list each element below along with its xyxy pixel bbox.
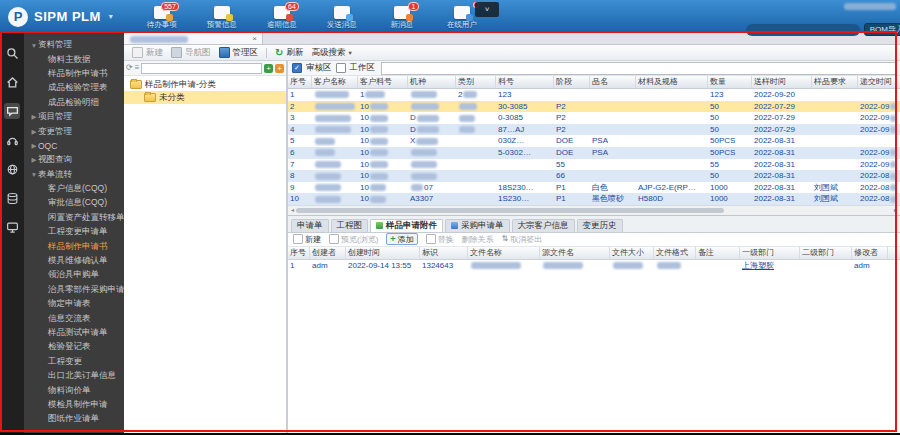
topbar-action-待办事项[interactable]: 557待办事项 xyxy=(137,6,187,30)
table-row[interactable]: 71055552022-08-312022-09 xyxy=(288,159,900,171)
sidebar-item-信息交流表[interactable]: 信息交流表 xyxy=(24,311,124,325)
refresh-tree-icon[interactable]: ⟳ xyxy=(126,63,133,73)
detail-tab-变更历史[interactable]: 变更历史 xyxy=(577,219,623,232)
sidebar-item-出口北美订单信息[interactable]: 出口北美订单信息 xyxy=(24,369,124,383)
table-row[interactable]: 310D0-3085P2502022-07-292022-09 xyxy=(288,112,900,124)
tree-node-样品制作申请-分类[interactable]: 样品制作申请-分类 xyxy=(124,78,286,91)
column-header-材料及规格[interactable]: 材料及规格 xyxy=(636,76,708,88)
table-row[interactable]: 1121231232022-09-20 xyxy=(288,89,900,101)
table-row[interactable]: 21030-3085P2502022-07-292022-09 xyxy=(288,101,900,113)
attachment-button-添加[interactable]: +添加 xyxy=(386,233,417,245)
sidebar-item-表单流转[interactable]: ▼表单流转 xyxy=(24,168,124,182)
column-header-机种[interactable]: 机种 xyxy=(408,76,456,88)
toolbar-button-导航图[interactable]: 导航图 xyxy=(171,47,211,59)
sidebar-item-检验登记表[interactable]: 检验登记表 xyxy=(24,340,124,354)
sidebar-item-模检具制作申请[interactable]: 模检具制作申请 xyxy=(24,398,124,412)
add-subcategory-icon[interactable]: + xyxy=(275,64,284,73)
detail-tab-样品申请附件[interactable]: 样品申请附件 xyxy=(370,219,443,232)
column-header-二级部门[interactable]: 二级部门 xyxy=(800,247,852,259)
sidebar-item-成品检验管理表[interactable]: 成品检验管理表 xyxy=(24,81,124,95)
attachment-button-删除关系[interactable]: 删除关系 xyxy=(462,234,494,245)
globe-icon[interactable] xyxy=(4,161,20,177)
detail-tab-申请单[interactable]: 申请单 xyxy=(291,219,329,232)
toolbar-button-高级搜索[interactable]: 高级搜索▾ xyxy=(311,47,351,59)
sidebar-item-治具零部件采购申请单[interactable]: 治具零部件采购申请单 xyxy=(24,283,124,297)
horizontal-scrollbar[interactable]: ◂ ▸ xyxy=(288,205,900,215)
column-header-序号[interactable]: 序号 xyxy=(288,247,310,259)
sidebar-item-物料主数据[interactable]: 物料主数据 xyxy=(24,52,124,66)
table-row[interactable]: 6105-0302…DOEPSA50PCS2022-08-312022-09 xyxy=(288,147,900,159)
column-header-客户料号[interactable]: 客户料号 xyxy=(358,76,408,88)
add-category-icon[interactable]: + xyxy=(264,64,273,73)
global-search-input[interactable] xyxy=(746,24,860,36)
column-header-备注[interactable]: 备注 xyxy=(696,247,740,259)
home-icon[interactable] xyxy=(4,74,20,90)
tree-node-未分类[interactable]: 未分类 xyxy=(124,91,286,104)
column-header-品名[interactable]: 品名 xyxy=(590,76,636,88)
scroll-right-icon[interactable]: ▸ xyxy=(892,207,899,214)
column-header-修改者[interactable]: 修改者 xyxy=(852,247,888,259)
app-logo[interactable]: P SIPM PLM ▾ xyxy=(0,7,123,27)
checkbox-审核区[interactable]: ✓ xyxy=(292,63,302,73)
chat-icon[interactable] xyxy=(4,103,20,119)
table-row[interactable]: 1010A33071S230…P1黑色喷砂H580D10002022-08-31… xyxy=(288,193,900,205)
sidebar-item-审批信息(CQQ)[interactable]: 审批信息(CQQ) xyxy=(24,196,124,210)
table-row[interactable]: 510X030Z…DOEPSA50PCS2022-08-31 xyxy=(288,135,900,147)
toolbar-button-新建[interactable]: 新建 xyxy=(132,47,163,59)
database-icon[interactable] xyxy=(4,190,20,206)
column-header-送样时间[interactable]: 送样时间 xyxy=(752,76,812,88)
detail-tab-大宗客户信息[interactable]: 大宗客户信息 xyxy=(512,219,575,232)
sidebar-item-视图查询[interactable]: ▶视图查询 xyxy=(24,153,124,167)
topbar-action-发送消息[interactable]: 发送消息 xyxy=(317,6,367,30)
column-header-数量[interactable]: 数量 xyxy=(708,76,752,88)
logo-caret-icon[interactable]: ▾ xyxy=(109,12,113,21)
support-headset-icon[interactable] xyxy=(4,132,20,148)
sidebar-item-样品测试申请单[interactable]: 样品测试申请单 xyxy=(24,326,124,340)
sidebar-item-项目管理[interactable]: ▶项目管理 xyxy=(24,110,124,124)
attachment-row[interactable]: 1adm2022-09-14 13:551324643上海塑胶adm xyxy=(288,260,900,272)
topbar-action-逾期信息[interactable]: 64逾期信息 xyxy=(257,6,307,30)
sidebar-item-模具维修确认单[interactable]: 模具维修确认单 xyxy=(24,254,124,268)
topbar-action-预警信息[interactable]: 预警信息 xyxy=(197,6,247,30)
column-header-阶段[interactable]: 阶段 xyxy=(554,76,590,88)
detail-tab-工程图[interactable]: 工程图 xyxy=(331,219,369,232)
sidebar-item-图纸作业请单[interactable]: 图纸作业请单 xyxy=(24,412,124,426)
sidebar-item-领治具申购单[interactable]: 领治具申购单 xyxy=(24,268,124,282)
column-header-文件名称[interactable]: 文件名称 xyxy=(468,247,540,259)
monitor-icon[interactable] xyxy=(4,219,20,235)
column-header-创建时间[interactable]: 创建时间 xyxy=(346,247,420,259)
column-header-文件格式[interactable]: 文件格式 xyxy=(654,247,696,259)
column-header-样品要求[interactable]: 样品要求 xyxy=(812,76,858,88)
column-header-类别[interactable]: 类别 xyxy=(456,76,496,88)
table-row[interactable]: 9100718S230…P1白色AJP-G2-E(RP…10002022-08-… xyxy=(288,182,900,194)
sidebar-item-资料管理[interactable]: ▼资料管理 xyxy=(24,38,124,52)
topbar-action-新消息[interactable]: 1新消息 xyxy=(377,6,427,30)
checkbox-工作区[interactable] xyxy=(336,63,346,73)
column-header-一级部门[interactable]: 一级部门 xyxy=(740,247,800,259)
column-header-递交时间[interactable]: 递交时间 xyxy=(858,76,900,88)
scrollbar-thumb[interactable] xyxy=(296,208,724,213)
sidebar-item-变更管理[interactable]: ▶变更管理 xyxy=(24,124,124,138)
bom-import-button[interactable]: BOM导入 xyxy=(864,23,900,36)
table-row[interactable]: 410D87…AJP2502022-07-292022-09 xyxy=(288,124,900,136)
tree-view-icon[interactable]: ≡ xyxy=(135,63,140,73)
sidebar-item-物定申请表[interactable]: 物定申请表 xyxy=(24,297,124,311)
table-row[interactable]: 81066502022-08-312022-08 xyxy=(288,170,900,182)
sidebar-item-客户信息(CQQ)[interactable]: 客户信息(CQQ) xyxy=(24,182,124,196)
column-header-料号[interactable]: 料号 xyxy=(496,76,554,88)
sidebar-item-OQC[interactable]: ▶OQC xyxy=(24,139,124,153)
column-header-序号[interactable]: 序号 xyxy=(288,76,312,88)
attachment-button-替换[interactable]: 替换 xyxy=(426,234,454,245)
sidebar-item-成品检验明细[interactable]: 成品检验明细 xyxy=(24,96,124,110)
document-tab[interactable]: × xyxy=(124,33,263,44)
column-header-源文件名[interactable]: 源文件名 xyxy=(540,247,610,259)
sidebar-item-样品制作申请书[interactable]: 样品制作申请书 xyxy=(24,239,124,253)
column-header-创建者[interactable]: 创建者 xyxy=(310,247,346,259)
sidebar-item-工程变更[interactable]: 工程变更 xyxy=(24,355,124,369)
detail-tab-采购申请单[interactable]: 采购申请单 xyxy=(445,219,510,232)
close-tab-icon[interactable]: × xyxy=(252,35,257,43)
filter-input[interactable] xyxy=(381,62,896,75)
attachment-button-新建[interactable]: 新建 xyxy=(293,234,321,245)
toolbar-button-刷新[interactable]: ↻刷新 xyxy=(275,47,303,59)
toolbar-button-管理区[interactable]: 管理区 xyxy=(219,47,259,59)
